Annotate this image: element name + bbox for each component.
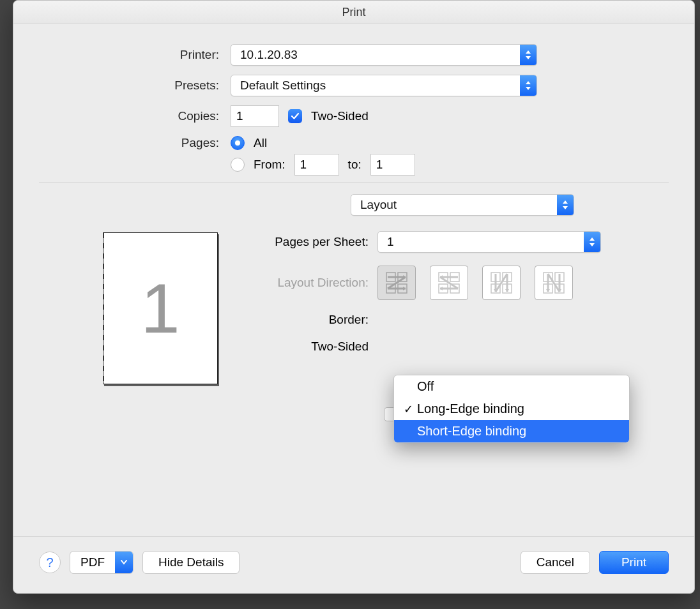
layout-direction-label: Layout Direction: <box>243 276 377 290</box>
section-select[interactable]: Layout <box>351 194 574 216</box>
layout-direction-s-icon[interactable] <box>430 266 468 300</box>
pps-value: 1 <box>387 235 584 249</box>
two-sided-checkbox[interactable] <box>288 109 302 123</box>
pages-to-input[interactable] <box>370 154 415 176</box>
menu-item-long-edge[interactable]: ✓Long-Edge binding <box>394 398 629 420</box>
border-label: Border: <box>243 313 377 327</box>
pages-range-radio[interactable] <box>231 158 245 172</box>
check-icon: ✓ <box>399 402 417 416</box>
page-preview: 1 <box>103 232 218 384</box>
print-button[interactable]: Print <box>599 551 669 574</box>
presets-select[interactable]: Default Settings <box>231 75 537 96</box>
pages-all-radio[interactable] <box>231 136 245 150</box>
layout-direction-z-icon[interactable] <box>377 266 416 300</box>
chevrons-icon <box>557 195 574 215</box>
two-sided-label: Two-Sided <box>311 109 369 123</box>
print-dialog: Print Printer: 10.1.20.83 Presets: <box>13 0 695 594</box>
section-value: Layout <box>360 198 557 212</box>
pdf-button-label: PDF <box>70 555 115 569</box>
pages-to-label: to: <box>348 158 361 172</box>
pdf-button[interactable]: PDF <box>70 551 133 574</box>
cancel-button[interactable]: Cancel <box>521 551 590 574</box>
help-button[interactable]: ? <box>39 552 61 573</box>
dialog-title: Print <box>13 1 694 24</box>
pages-per-sheet-select[interactable]: 1 <box>377 231 601 253</box>
chevrons-icon <box>520 75 536 96</box>
divider <box>39 182 669 183</box>
two-sided-menu[interactable]: Off ✓Long-Edge binding Short-Edge bindin… <box>393 375 630 443</box>
chevrons-icon <box>584 232 600 252</box>
pps-label: Pages per Sheet: <box>243 235 377 249</box>
chevron-down-icon <box>115 552 133 573</box>
layout-direction-n1-icon[interactable] <box>482 266 521 300</box>
menu-item-short-edge[interactable]: Short-Edge binding <box>394 420 629 442</box>
chevrons-icon <box>520 45 536 65</box>
pages-all-label: All <box>254 136 267 150</box>
two-sided-select-label: Two-Sided <box>243 340 377 354</box>
printer-value: 10.1.20.83 <box>240 48 520 62</box>
pages-label: Pages: <box>39 136 231 150</box>
copies-label: Copies: <box>39 109 231 123</box>
presets-value: Default Settings <box>240 79 520 93</box>
layout-direction-n2-icon[interactable] <box>535 266 573 300</box>
printer-select[interactable]: 10.1.20.83 <box>231 44 537 66</box>
menu-item-off[interactable]: Off <box>394 375 629 398</box>
pages-from-input[interactable] <box>294 154 339 176</box>
presets-label: Presets: <box>39 79 231 93</box>
copies-input[interactable] <box>231 105 279 127</box>
printer-label: Printer: <box>39 48 231 62</box>
preview-page-number: 1 <box>141 273 179 343</box>
pages-from-label: From: <box>254 158 285 172</box>
hide-details-button[interactable]: Hide Details <box>142 551 240 574</box>
